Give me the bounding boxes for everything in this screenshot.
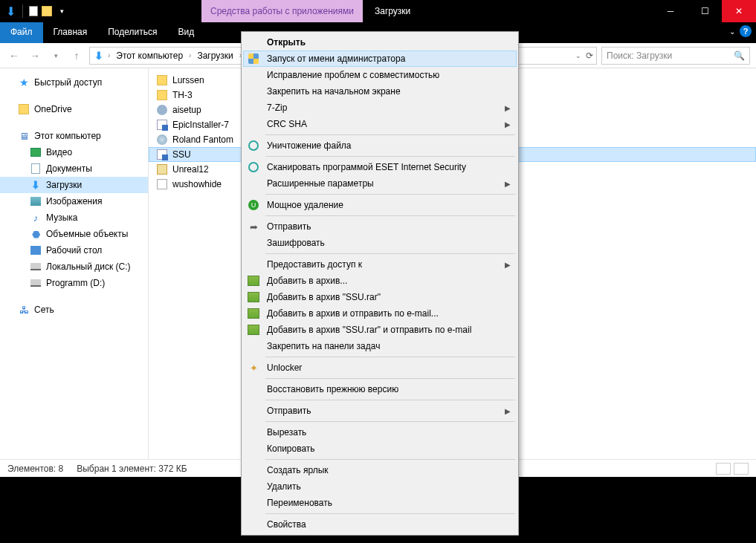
address-dropdown-icon[interactable]: ⌄	[575, 52, 581, 59]
ctx-add-email[interactable]: Добавить в архив и отправить по e-mail..…	[243, 305, 517, 322]
tree-label: Локальный диск (C:)	[46, 261, 131, 272]
ctx-run-admin[interactable]: Запуск от имени администратора	[243, 51, 517, 67]
ctx-crc-sha[interactable]: CRC SHA▶	[243, 116, 517, 132]
context-menu: Открыть Запуск от имени администратора И…	[241, 31, 519, 536]
search-input[interactable]: Поиск: Загрузки 🔍	[601, 47, 750, 65]
ctx-separator	[265, 459, 515, 460]
ctx-cut[interactable]: Вырезать	[243, 424, 517, 440]
nav-up-button[interactable]: ↑	[68, 48, 85, 64]
blank-icon	[246, 339, 261, 354]
submenu-arrow-icon: ▶	[505, 407, 511, 415]
ctx-delete[interactable]: Удалить	[243, 478, 517, 495]
ctx-add-ssu-email[interactable]: Добавить в архив "SSU.rar" и отправить п…	[243, 322, 517, 338]
qat-newfolder-icon[interactable]	[41, 5, 53, 17]
cloud-icon	[18, 103, 30, 115]
breadcrumb-this-pc[interactable]: Этот компьютер	[113, 49, 186, 62]
ctx-separator	[265, 513, 515, 514]
ribbon-tab-home[interactable]: Главная	[43, 22, 98, 43]
winrar-icon	[246, 290, 261, 305]
qat-download-icon: ⬇	[4, 5, 16, 17]
breadcrumb-downloads[interactable]: Загрузки	[194, 49, 236, 62]
tree-desktop[interactable]: Рабочий стол	[0, 242, 148, 259]
tree-disk-d[interactable]: Programm (D:)	[0, 275, 148, 291]
file-name: EpicInstaller-7	[172, 120, 229, 130]
tree-network[interactable]: 🖧Сеть	[0, 302, 148, 318]
qat-dropdown-icon[interactable]: ▾	[56, 5, 68, 17]
ctx-unlocker[interactable]: ✦Unlocker	[243, 360, 517, 376]
ctx-pin-start[interactable]: Закрепить на начальном экране	[243, 83, 517, 100]
nav-forward-button[interactable]: →	[27, 48, 43, 64]
tree-this-pc[interactable]: 🖥Этот компьютер	[0, 128, 148, 144]
ctx-encrypt[interactable]: Зашифровать	[243, 235, 517, 251]
app-icon	[156, 134, 168, 146]
tree-documents[interactable]: Документы	[0, 160, 148, 177]
tree-label: Быстрый доступ	[34, 77, 102, 88]
contextual-tool-tab[interactable]: Средства работы с приложениями	[201, 0, 363, 22]
ctx-properties[interactable]: Свойства	[243, 516, 517, 533]
file-name: SSU	[172, 149, 191, 160]
close-button[interactable]: ✕	[722, 0, 756, 22]
disk-icon	[30, 261, 42, 273]
ctx-compat-troubleshoot[interactable]: Исправление проблем с совместимостью	[243, 67, 517, 83]
tree-pictures[interactable]: Изображения	[0, 193, 148, 209]
folder-icon	[156, 89, 168, 101]
tree-label: Видео	[46, 147, 72, 157]
ribbon-expand-icon[interactable]: ⌄	[729, 27, 735, 36]
winrar-icon	[246, 322, 261, 337]
tree-disk-c[interactable]: Локальный диск (C:)	[0, 259, 148, 275]
tree-downloads[interactable]: ⬇Загрузки	[0, 177, 148, 193]
tree-videos[interactable]: Видео	[0, 144, 148, 160]
view-details-button[interactable]	[716, 463, 731, 475]
ctx-eset-shred[interactable]: Уничтожение файла	[243, 137, 517, 154]
refresh-icon[interactable]: ⟳	[586, 51, 593, 61]
chevron-right-icon[interactable]: ›	[189, 51, 191, 59]
ctx-add-archive[interactable]: Добавить в архив...	[243, 273, 517, 289]
ribbon-tab-share[interactable]: Поделиться	[97, 22, 167, 43]
installer-icon	[156, 119, 168, 131]
help-icon[interactable]: ?	[740, 25, 752, 37]
ctx-send-to[interactable]: Отправить▶	[243, 403, 517, 419]
ctx-give-access[interactable]: Предоставить доступ к▶	[243, 256, 517, 273]
tree-3dobjects[interactable]: ⬣Объемные объекты	[0, 226, 148, 242]
ctx-open[interactable]: Открыть	[243, 34, 517, 51]
setup-icon	[156, 104, 168, 116]
navigation-tree: ★Быстрый доступ OneDrive 🖥Этот компьютер…	[0, 68, 149, 459]
ctx-share[interactable]: ➦Отправить	[243, 218, 517, 235]
ctx-separator	[265, 357, 515, 357]
submenu-arrow-icon: ▶	[505, 120, 511, 129]
ctx-force-delete[interactable]: UМощное удаление	[243, 197, 517, 213]
tree-quick-access[interactable]: ★Быстрый доступ	[0, 74, 148, 91]
ctx-restore-version[interactable]: Восстановить прежнюю версию	[243, 381, 517, 397]
star-icon: ★	[18, 77, 30, 88]
ctx-add-ssu-rar[interactable]: Добавить в архив "SSU.rar"	[243, 289, 517, 305]
minimize-button[interactable]: ─	[653, 0, 688, 22]
tree-music[interactable]: ♪Музыка	[0, 209, 148, 226]
address-folder-icon: ⬇	[93, 50, 105, 62]
chevron-right-icon[interactable]: ›	[108, 51, 110, 59]
blank-icon	[246, 235, 261, 250]
music-icon: ♪	[30, 212, 42, 224]
tree-label: Programm (D:)	[46, 278, 105, 288]
blank-icon	[246, 425, 261, 440]
qat-properties-icon[interactable]	[29, 6, 38, 16]
ctx-create-shortcut[interactable]: Создать ярлык	[243, 462, 517, 478]
tree-label: Объемные объекты	[46, 229, 128, 239]
status-selection: Выбран 1 элемент: 372 КБ	[77, 464, 187, 474]
nav-recent-dropdown[interactable]: ▾	[48, 48, 64, 64]
ctx-eset-advanced[interactable]: Расширенные параметры▶	[243, 175, 517, 192]
nav-back-button[interactable]: ←	[6, 48, 22, 64]
ctx-rename[interactable]: Переименовать	[243, 495, 517, 511]
maximize-button[interactable]: ☐	[688, 0, 722, 22]
tree-onedrive[interactable]: OneDrive	[0, 101, 148, 117]
app-icon	[156, 163, 168, 175]
view-icons-button[interactable]	[734, 463, 749, 475]
ctx-separator	[265, 156, 515, 157]
ctx-pin-taskbar[interactable]: Закрепить на панели задач	[243, 338, 517, 354]
ribbon-tab-file[interactable]: Файл	[0, 22, 43, 43]
ctx-separator	[265, 134, 515, 135]
blank-icon	[246, 441, 261, 456]
ctx-7zip[interactable]: 7-Zip▶	[243, 100, 517, 116]
ribbon-tab-view[interactable]: Вид	[167, 22, 204, 43]
ctx-eset-scan[interactable]: Сканировать программой ESET Internet Sec…	[243, 159, 517, 175]
ctx-copy[interactable]: Копировать	[243, 440, 517, 457]
